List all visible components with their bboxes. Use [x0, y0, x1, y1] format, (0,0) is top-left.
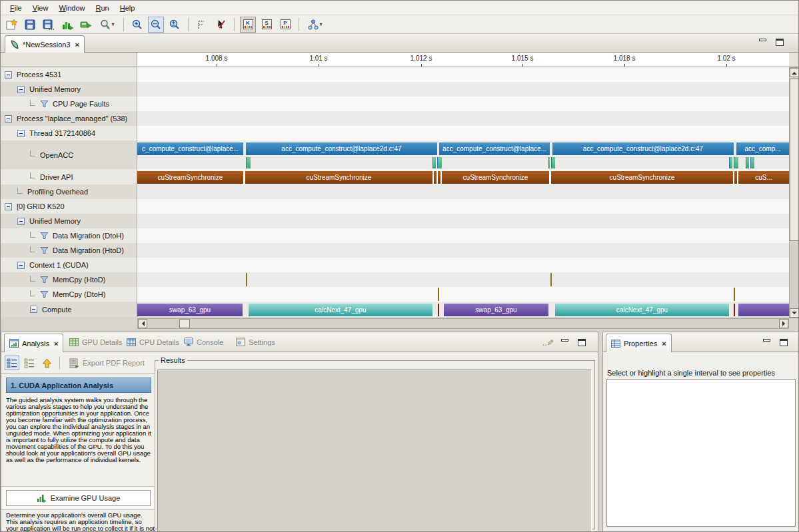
session-tab-close-icon[interactable]: × [75, 41, 79, 49]
zoom-in-button[interactable] [129, 17, 145, 33]
dependency-analysis-button[interactable]: ▾ [305, 17, 326, 33]
tree-row[interactable]: MemCpy (HtoD) [1, 272, 137, 287]
timeline-bar-tick[interactable] [438, 288, 439, 301]
timeline-bar-marker[interactable] [551, 157, 555, 168]
timeline-row[interactable] [137, 82, 789, 97]
timeline-row[interactable] [137, 97, 789, 111]
tab-properties-close-icon[interactable]: × [662, 340, 666, 348]
view-menu-icon[interactable]: ✎.. [542, 333, 554, 352]
scroll-down-icon[interactable] [790, 308, 799, 318]
tree-row[interactable]: Data Migration (DtoH) [1, 228, 137, 243]
timeline-canvas[interactable]: c_compute_construct@laplace...acc_comput… [137, 67, 789, 317]
tree-row[interactable]: Thread 3172140864 [1, 126, 137, 140]
hscroll-thumb[interactable] [179, 319, 190, 328]
tree-row[interactable]: Process "laplace_managed" (538) [1, 111, 137, 126]
timeline-bar-swap[interactable] [738, 304, 789, 316]
timeline-bar-marker[interactable] [729, 157, 732, 168]
timeline-row[interactable]: swap_63_gpucalcNext_47_gpuswap_63_gpucal… [137, 302, 789, 317]
reset-data-button[interactable] [78, 17, 94, 33]
zoom-out-button[interactable] [148, 17, 164, 33]
session-tab[interactable]: *NewSession3 × [5, 35, 85, 53]
tree-row[interactable]: Unified Memory [1, 214, 137, 228]
timeline-ruler[interactable]: 1.008 s1.01 s1.012 s1.015 s1.018 s1.02 s [137, 53, 789, 67]
tree-row[interactable]: CPU Page Faults [1, 97, 137, 111]
new-session-button[interactable] [3, 17, 19, 33]
timeline-bar-marker[interactable] [734, 157, 738, 168]
timeline-bar-acc[interactable]: acc_compute_construct@laplace2d.c:47 [246, 142, 437, 155]
tab-analysis-close-icon[interactable]: × [54, 340, 58, 348]
timeline-bar-redtick[interactable] [438, 304, 439, 316]
tree-row[interactable]: MemCpy (DtoH) [1, 287, 137, 302]
tree-row[interactable]: Driver API [1, 169, 137, 184]
tree-expander-minus[interactable] [17, 218, 25, 225]
scroll-right-icon[interactable] [779, 319, 788, 328]
zoom-fit-button[interactable] [167, 17, 183, 33]
tree-row[interactable]: Data Migration (HtoD) [1, 243, 137, 258]
menu-view[interactable]: View [27, 3, 54, 13]
scroll-up-icon[interactable] [790, 68, 799, 77]
timeline-bar-marker[interactable] [750, 157, 754, 168]
timeline-row[interactable] [137, 199, 789, 214]
dependency-dropdown-caret[interactable]: ▾ [319, 21, 322, 27]
tree-row[interactable]: Process 4531 [1, 67, 137, 82]
timeline-bar-driver[interactable]: cuS... [738, 171, 789, 184]
timeline-bar-redtick[interactable] [734, 304, 735, 316]
vertical-scrollbar[interactable] [789, 67, 799, 318]
back-up-stage-button[interactable] [39, 356, 54, 370]
export-pdf-report-button[interactable]: Export PDF Report [65, 356, 149, 370]
find-dropdown-caret[interactable]: ▾ [111, 21, 114, 27]
tab-cpu-details[interactable]: CPU Details [127, 332, 179, 352]
timeline-row[interactable]: cuStreamSynchronizecuStreamSynchronizecu… [137, 169, 789, 184]
timeline-bar-acc[interactable]: acc_comp... [736, 142, 789, 155]
timeline-bar-calc[interactable]: calcNext_47_gpu [249, 304, 432, 316]
timeline-bar-tick[interactable] [550, 273, 552, 286]
tree-row[interactable]: Context 1 (CUDA) [1, 258, 137, 272]
timeline-bar-tick[interactable] [734, 288, 735, 301]
tree-row[interactable]: Profiling Overhead [1, 184, 137, 199]
timeline-row[interactable] [137, 126, 789, 140]
find-button[interactable]: ▾ [97, 17, 118, 33]
tree-row[interactable]: OpenACC [1, 140, 137, 169]
menu-help[interactable]: Help [115, 3, 141, 13]
timeline-bar-marker[interactable] [548, 157, 550, 168]
kernel-colormap-button[interactable]: K [240, 17, 256, 33]
timeline-bar-driver[interactable] [438, 171, 440, 184]
timeline-row[interactable] [137, 67, 789, 82]
timeline-bar-driver[interactable]: cuStreamSynchronize [245, 171, 432, 184]
timeline-bar-driver[interactable] [734, 171, 737, 184]
tree-expander-minus[interactable] [17, 262, 25, 269]
maximize-analysis-icon[interactable] [578, 339, 586, 346]
timeline-bar-acc[interactable]: acc_compute_construct@laplace... [439, 142, 550, 155]
timeline-bar-marker[interactable] [746, 157, 749, 168]
timeline-bar-driver[interactable]: cuStreamSynchronize [551, 171, 733, 184]
tab-properties[interactable]: Properties × [606, 334, 672, 352]
timeline-bar-calc[interactable]: calcNext_47_gpu [555, 304, 729, 316]
marker-f-button[interactable] [194, 17, 210, 33]
timeline-bar-driver[interactable]: cuStreamSynchronize [137, 171, 243, 184]
unguided-analysis-mode-button[interactable] [22, 356, 37, 370]
tree-expander-minus[interactable] [5, 115, 12, 123]
stream-colormap-button[interactable]: S [259, 17, 275, 33]
minimize-editor-icon[interactable] [759, 39, 766, 45]
timeline-bar-acc[interactable]: c_compute_construct@laplace... [137, 142, 243, 155]
horizontal-scrollbar[interactable] [137, 318, 789, 329]
timeline-row[interactable] [137, 184, 789, 199]
tree-expander-minus[interactable] [17, 130, 25, 137]
timeline-bar-acc[interactable]: acc_compute_construct@laplace2d.c:47 [552, 142, 734, 155]
tab-console[interactable]: Console [184, 332, 223, 352]
timeline-bar-swap[interactable]: swap_63_gpu [137, 304, 243, 316]
timeline-row[interactable] [137, 258, 789, 272]
timeline-row[interactable] [137, 272, 789, 287]
vscroll-thumb[interactable] [790, 79, 799, 241]
tree-row[interactable]: [0] GRID K520 [1, 199, 137, 214]
maximize-editor-icon[interactable] [776, 39, 784, 46]
timeline-row[interactable] [137, 214, 789, 228]
menu-window[interactable]: Window [53, 3, 90, 13]
tree-row[interactable]: Unified Memory [1, 82, 137, 97]
timeline-bar-driver[interactable]: cuStreamSynchronize [442, 171, 549, 184]
tree-expander-minus[interactable] [17, 86, 25, 93]
selection-arrow-button[interactable] [213, 17, 229, 33]
menu-file[interactable]: File [5, 3, 27, 13]
guided-analysis-mode-button[interactable] [5, 356, 19, 370]
tree-expander-minus[interactable] [30, 306, 37, 313]
